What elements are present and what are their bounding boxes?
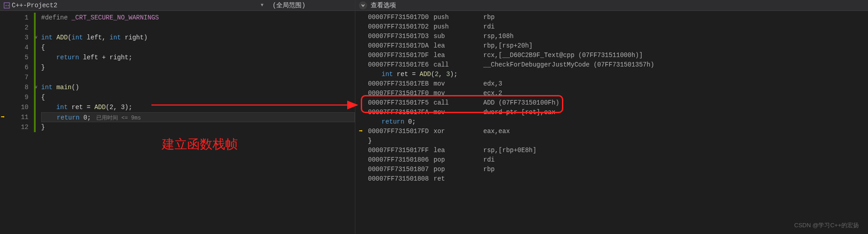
file-icon: ++ (4, 2, 10, 9)
disassembly-view[interactable]: 00007FF7315017D0pushrbp 00007FF7315017D2… (355, 11, 868, 234)
function-call: ADD (94, 104, 106, 111)
operand: rbp (483, 13, 495, 22)
macro-name: _CRT_SECURE_NO_WARNINGS (71, 14, 159, 21)
keyword: return (57, 114, 80, 121)
perf-hint: 已用时间 <= 9ms (96, 115, 141, 121)
scope-label[interactable]: (全局范围) (273, 1, 306, 10)
line-number: 7 (9, 72, 28, 82)
preprocessor: #define (41, 14, 68, 21)
breakpoint-gutter[interactable]: ➡ (0, 11, 9, 234)
line-number: 10 (9, 102, 28, 112)
line-number: 3 (9, 33, 28, 43)
line-number: 1 (9, 13, 28, 23)
mnemonic: push (434, 13, 483, 22)
code-editor[interactable]: ➡ 1 2 3 4 5 6 7 8 9 10 11 12 #define _CR… (0, 11, 355, 234)
current-line-arrow-icon: ➡ (1, 113, 5, 121)
line-number: 2 (9, 23, 28, 33)
address: 00007FF7315017D0 (368, 13, 434, 22)
line-number: 11 (9, 112, 28, 122)
keyword: int (109, 34, 121, 41)
line-number: 8 (9, 82, 28, 92)
function-name: ADD (57, 34, 68, 41)
chevron-down-icon[interactable] (359, 1, 367, 10)
line-number: 12 (9, 122, 28, 132)
svg-text:++: ++ (5, 4, 9, 8)
keyword: int (57, 104, 68, 111)
dropdown-icon[interactable]: ▼ (261, 3, 264, 8)
keyword: int (41, 34, 52, 41)
annotation-label: 建立函数栈帧 (162, 136, 238, 153)
line-number-gutter: 1 2 3 4 5 6 7 8 9 10 11 12 (9, 11, 34, 234)
current-instruction-arrow-icon: ➡ (359, 127, 363, 136)
function-name: main (57, 84, 72, 91)
project-title[interactable]: C++-Project2 (12, 2, 57, 9)
view-options-label[interactable]: 查看选项 (371, 1, 396, 10)
fold-icon[interactable]: ∨ (35, 33, 38, 43)
line-number: 9 (9, 92, 28, 102)
keyword: int (41, 84, 52, 91)
disasm-header: 查看选项 (355, 0, 868, 11)
keyword: int (71, 34, 83, 41)
keyword: return (57, 54, 79, 61)
line-number: 5 (9, 53, 28, 62)
editor-header: ++ C++-Project2 ▼ (全局范围) (0, 0, 355, 11)
fold-icon[interactable]: ∨ (35, 82, 38, 92)
line-number: 4 (9, 43, 28, 53)
watermark: CSDN @学习C++的宏扬 (794, 221, 859, 229)
line-number: 6 (9, 62, 28, 72)
